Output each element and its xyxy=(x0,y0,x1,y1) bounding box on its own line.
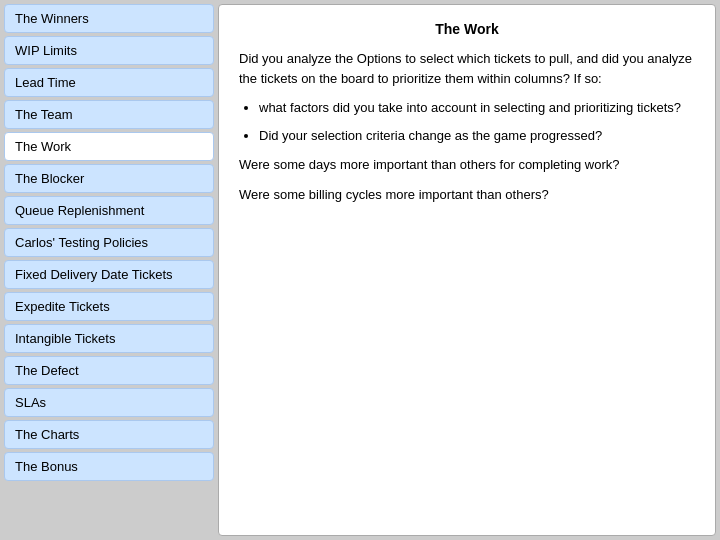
sidebar-item-slas[interactable]: SLAs xyxy=(4,388,214,417)
main-content: The Work Did you analyze the Options to … xyxy=(218,4,716,536)
sidebar-item-the-winners[interactable]: The Winners xyxy=(4,4,214,33)
sidebar-item-lead-time[interactable]: Lead Time xyxy=(4,68,214,97)
sidebar: The WinnersWIP LimitsLead TimeThe TeamTh… xyxy=(4,4,214,536)
sidebar-item-the-defect[interactable]: The Defect xyxy=(4,356,214,385)
sidebar-item-the-blocker[interactable]: The Blocker xyxy=(4,164,214,193)
app-container: The WinnersWIP LimitsLead TimeThe TeamTh… xyxy=(0,0,720,540)
sidebar-item-queue-replenishment[interactable]: Queue Replenishment xyxy=(4,196,214,225)
content-paragraph1: Were some days more important than other… xyxy=(239,155,695,175)
content-title: The Work xyxy=(239,21,695,37)
content-paragraph2: Were some billing cycles more important … xyxy=(239,185,695,205)
sidebar-item-fixed-delivery[interactable]: Fixed Delivery Date Tickets xyxy=(4,260,214,289)
sidebar-item-wip-limits[interactable]: WIP Limits xyxy=(4,36,214,65)
sidebar-item-carlos-testing[interactable]: Carlos' Testing Policies xyxy=(4,228,214,257)
sidebar-item-the-team[interactable]: The Team xyxy=(4,100,214,129)
bullet-item: Did your selection criteria change as th… xyxy=(259,126,695,146)
sidebar-item-the-work[interactable]: The Work xyxy=(4,132,214,161)
sidebar-item-expedite-tickets[interactable]: Expedite Tickets xyxy=(4,292,214,321)
sidebar-item-intangible-tickets[interactable]: Intangible Tickets xyxy=(4,324,214,353)
bullet-item: what factors did you take into account i… xyxy=(259,98,695,118)
content-body: Did you analyze the Options to select wh… xyxy=(239,49,695,204)
content-bullet-list: what factors did you take into account i… xyxy=(259,98,695,145)
content-intro: Did you analyze the Options to select wh… xyxy=(239,49,695,88)
sidebar-item-the-charts[interactable]: The Charts xyxy=(4,420,214,449)
sidebar-item-the-bonus[interactable]: The Bonus xyxy=(4,452,214,481)
